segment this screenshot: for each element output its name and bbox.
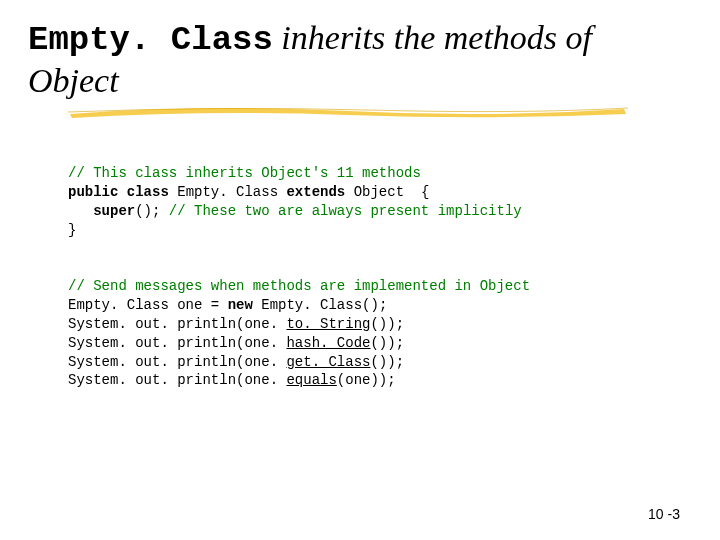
code-text: }	[68, 222, 76, 238]
keyword: public class	[68, 184, 169, 200]
code-block-2: // Send messages when methods are implem…	[68, 258, 692, 390]
code-text: ();	[135, 203, 169, 219]
title-line-1: Empty. Class inherits the methods of	[28, 18, 692, 61]
comment-line: // This class inherits Object's 11 metho…	[68, 165, 421, 181]
comment-line: // These two are always present implicit…	[169, 203, 522, 219]
page-number: 10 -3	[648, 506, 680, 522]
code-text: ());	[370, 335, 404, 351]
code-text: Empty. Class();	[253, 297, 387, 313]
code-text: ());	[370, 354, 404, 370]
spacer	[28, 240, 692, 258]
code-block-1: // This class inherits Object's 11 metho…	[68, 146, 692, 240]
code-text: (one));	[337, 372, 396, 388]
underlined-method: to. String	[286, 316, 370, 332]
code-text: System. out. println(one.	[68, 316, 286, 332]
underlined-method: hash. Code	[286, 335, 370, 351]
keyword: new	[228, 297, 253, 313]
slide-title: Empty. Class inherits the methods of Obj…	[28, 18, 692, 102]
title-object: Object	[28, 62, 119, 99]
code-text: System. out. println(one.	[68, 335, 286, 351]
underlined-method: get. Class	[286, 354, 370, 370]
comment-line: // Send messages when methods are implem…	[68, 278, 530, 294]
title-text-1: inherits the methods of	[273, 19, 592, 56]
keyword: super	[68, 203, 135, 219]
keyword: extends	[286, 184, 345, 200]
title-classname: Empty. Class	[28, 21, 273, 59]
code-text: Empty. Class	[169, 184, 287, 200]
code-text: System. out. println(one.	[68, 354, 286, 370]
brush-underline-icon	[68, 104, 628, 120]
underlined-method: equals	[286, 372, 336, 388]
code-text: ());	[370, 316, 404, 332]
code-text: Empty. Class one =	[68, 297, 228, 313]
title-line-2: Object	[28, 61, 692, 102]
code-text: Object {	[345, 184, 429, 200]
code-text: System. out. println(one.	[68, 372, 286, 388]
